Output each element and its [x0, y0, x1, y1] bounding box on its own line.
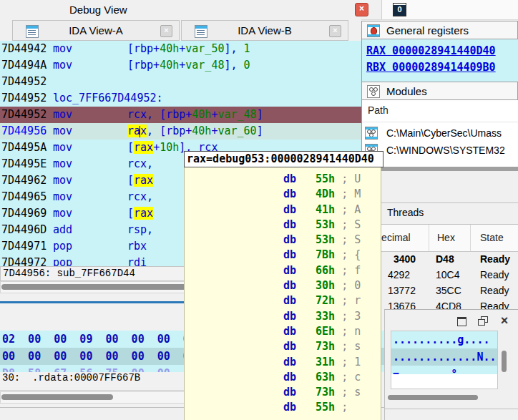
- code-segment: 7D44972: [1, 255, 53, 266]
- db-keyword: db: [283, 386, 296, 399]
- disasm-line[interactable]: 7D44942mov[rbp+40h+var_50], 1: [0, 41, 361, 57]
- byte-comment: ; A: [335, 203, 361, 216]
- scrollbar-thumb[interactable]: [502, 351, 507, 372]
- registers-panel[interactable]: RAX 0000028941440D40RBX 00000289414409B0: [361, 39, 518, 82]
- ascii-row[interactable]: = °: [391, 366, 498, 374]
- vscrollbar[interactable]: [499, 331, 509, 389]
- modules-icon: [367, 85, 380, 98]
- close-icon[interactable]: ×: [355, 3, 368, 16]
- stack-hex-window[interactable]: × ..........g.................N...= °: [384, 309, 518, 420]
- ascii-row[interactable]: .............N...: [391, 348, 498, 366]
- disasm-line[interactable]: 7D44956movrax, [rbp+40h+var_60]: [0, 123, 361, 140]
- code-segment: 40h: [192, 108, 211, 121]
- code-segment: var_50: [185, 42, 224, 55]
- code-segment: mov: [53, 189, 127, 205]
- aux-view-tab-icon[interactable]: 0: [393, 3, 406, 16]
- thread-decimal: 13676: [388, 301, 416, 309]
- code-segment: mov: [53, 123, 127, 140]
- threads-panel[interactable]: Threads Decimal Hex State 3400D48Ready42…: [361, 171, 518, 309]
- panel-title: Modules: [386, 85, 427, 97]
- tooltip-title: rax=debug053:0000028941440D40: [184, 151, 383, 167]
- code-segment: rcx, [rbp+: [127, 108, 192, 121]
- code-segment: mov: [53, 57, 127, 74]
- scrollbar-thumb[interactable]: [1, 394, 113, 400]
- tooltip-line: db4Dh ; M: [185, 187, 381, 202]
- close-icon[interactable]: ×: [160, 25, 172, 37]
- scrollbar-thumb[interactable]: [388, 395, 478, 400]
- code-segment: 7D44952: [1, 90, 53, 107]
- ascii-dump-panel[interactable]: ..........g.................N...= °: [391, 331, 498, 389]
- code-segment: rax: [134, 141, 153, 154]
- thread-hex: D48: [436, 253, 454, 265]
- code-segment: x: [140, 124, 147, 137]
- byte-comment: ; 3: [335, 310, 361, 323]
- ascii-row[interactable]: ..........g....: [391, 331, 498, 348]
- byte-value: 63h: [316, 371, 335, 384]
- module-path: C:\WINDOWS\SYSTEM32: [386, 145, 505, 156]
- modules-panel[interactable]: Path C:\Main\CyberSec\UmassC:\WINDOWS\SY…: [361, 100, 518, 167]
- thread-row[interactable]: 3400D48Ready: [362, 251, 518, 267]
- code-segment: mov: [53, 140, 127, 156]
- code-segment: mov: [53, 205, 127, 222]
- disasm-line[interactable]: 7D44952movrcx, [rbp+40h+var_48]: [0, 107, 361, 123]
- code-segment: [: [127, 174, 134, 187]
- column-header-hex[interactable]: Hex: [437, 232, 455, 243]
- bottom-panel-edge: [385, 409, 518, 409]
- modules-header[interactable]: Modules: [361, 82, 518, 100]
- thread-hex: 10C4: [436, 269, 459, 280]
- column-header-state[interactable]: State: [480, 232, 504, 243]
- byte-comment: ; S: [335, 218, 361, 231]
- disasm-line[interactable]: 7D4494Amov[rbp+40h+var_48], 0: [0, 57, 361, 74]
- code-segment: , [rbp+: [147, 124, 192, 137]
- hscrollbar[interactable]: [386, 393, 502, 403]
- code-segment: var_48: [185, 59, 224, 72]
- disasm-line[interactable]: 7D44952: [0, 74, 361, 90]
- tooltip-line: db53h ; S: [185, 233, 381, 248]
- code-segment: rcx,: [127, 157, 153, 170]
- module-row[interactable]: C:\WINDOWS\SYSTEM32: [362, 142, 518, 159]
- module-icon-dot: [369, 133, 373, 137]
- thread-row[interactable]: 1377235CCReady: [362, 283, 518, 298]
- code-segment: rdi: [127, 256, 147, 266]
- code-segment: 40h: [192, 124, 211, 137]
- code-segment: 7D44969: [1, 205, 53, 222]
- byte-comment: ; n: [335, 325, 361, 338]
- register-row[interactable]: RAX 0000028941440D40: [366, 44, 496, 57]
- disasm-line[interactable]: 7D44952loc_7FF667D44952:: [0, 90, 361, 107]
- threads-column-headers[interactable]: Decimal Hex State: [362, 225, 518, 252]
- module-row[interactable]: C:\Main\CyberSec\Umass: [362, 124, 518, 142]
- close-icon[interactable]: ×: [329, 25, 341, 37]
- restore-icon[interactable]: [475, 315, 491, 328]
- register-row[interactable]: RBX 00000289414409B0: [366, 61, 496, 74]
- byte-value: 31h: [316, 356, 335, 368]
- tab-ida-view-b[interactable]: IDA View-B ×: [181, 20, 348, 41]
- tooltip-line: db55h ; U: [185, 172, 381, 187]
- db-keyword: db: [283, 203, 296, 216]
- thread-row[interactable]: 429210C4Ready: [362, 267, 518, 283]
- code-segment: ]: [257, 108, 263, 121]
- thread-state: Ready: [480, 253, 510, 265]
- debug-view-tab[interactable]: Debug View: [69, 4, 127, 16]
- general-registers-header[interactable]: General registers: [361, 21, 518, 39]
- code-segment: mov: [53, 172, 127, 189]
- thread-row[interactable]: 136764CD8Ready: [362, 298, 518, 309]
- byte-value: 53h: [316, 218, 335, 231]
- code-segment: rax: [134, 174, 153, 187]
- column-header-path[interactable]: Path: [368, 104, 388, 116]
- thread-decimal: 4292: [388, 269, 410, 280]
- tooltip-line: db73h ; s: [185, 385, 381, 400]
- byte-value: 4Dh: [316, 187, 335, 200]
- db-keyword: db: [283, 218, 296, 231]
- code-segment: add: [53, 222, 127, 238]
- code-segment: mov: [53, 107, 127, 123]
- code-segment: +: [179, 42, 185, 55]
- debugger-bug-icon: [367, 24, 380, 37]
- tooltip-line: db53h ; S: [185, 218, 381, 233]
- db-keyword: db: [283, 325, 296, 338]
- db-keyword: db: [283, 310, 296, 323]
- tab-ida-view-a[interactable]: IDA View-A ×: [12, 20, 180, 41]
- maximize-icon[interactable]: [454, 315, 469, 328]
- code-segment: var_60: [218, 124, 256, 137]
- code-segment: [rbp+: [127, 42, 160, 55]
- close-icon[interactable]: ×: [497, 315, 512, 328]
